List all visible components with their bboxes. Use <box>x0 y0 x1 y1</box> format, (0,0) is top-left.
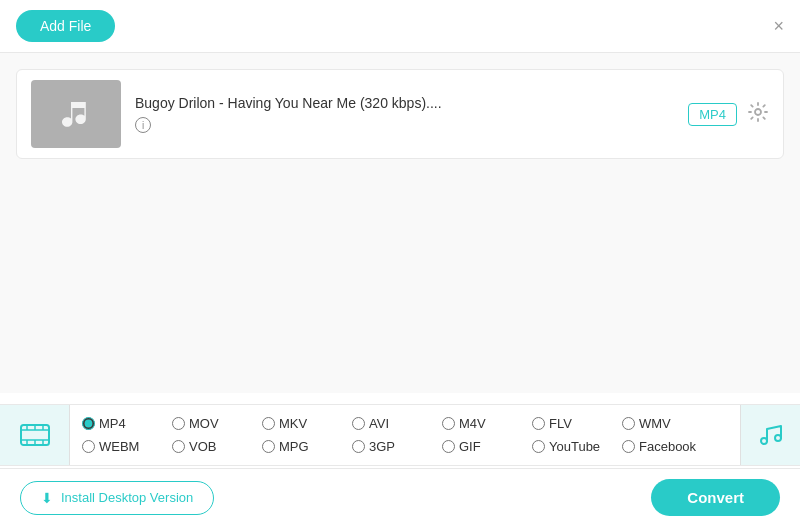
format-option-mp4[interactable]: MP4 <box>82 413 172 434</box>
format-option-flv[interactable]: FLV <box>532 413 622 434</box>
format-radio-mpg[interactable] <box>262 440 275 453</box>
format-options: MP4 MOV MKV AVI M4V FLV WMV W <box>70 407 740 463</box>
install-label: Install Desktop Version <box>61 490 193 505</box>
file-info: Bugoy Drilon - Having You Near Me (320 k… <box>135 95 674 133</box>
download-icon: ⬇ <box>41 490 53 506</box>
footer-bar: ⬇ Install Desktop Version Convert <box>0 468 800 526</box>
format-option-mkv[interactable]: MKV <box>262 413 352 434</box>
format-row-1: MP4 MOV MKV AVI M4V FLV WMV <box>82 413 728 434</box>
format-radio-mkv[interactable] <box>262 417 275 430</box>
format-radio-3gp[interactable] <box>352 440 365 453</box>
film-icon <box>19 419 51 451</box>
format-option-mpg[interactable]: MPG <box>262 436 352 457</box>
format-radio-mp4[interactable] <box>82 417 95 430</box>
file-item: Bugoy Drilon - Having You Near Me (320 k… <box>16 69 784 159</box>
format-radio-flv[interactable] <box>532 417 545 430</box>
settings-icon[interactable] <box>747 101 769 128</box>
format-radio-gif[interactable] <box>442 440 455 453</box>
svg-point-10 <box>761 438 767 444</box>
format-option-vob[interactable]: VOB <box>172 436 262 457</box>
music-file-icon <box>56 94 96 134</box>
close-button[interactable]: × <box>773 17 784 35</box>
format-option-wmv[interactable]: WMV <box>622 413 712 434</box>
format-option-m4v[interactable]: M4V <box>442 413 532 434</box>
format-option-3gp[interactable]: 3GP <box>352 436 442 457</box>
svg-point-11 <box>775 435 781 441</box>
format-radio-m4v[interactable] <box>442 417 455 430</box>
format-row-2: WEBM VOB MPG 3GP GIF YouTube Facebook <box>82 436 728 457</box>
add-file-button[interactable]: Add File <box>16 10 115 42</box>
install-desktop-button[interactable]: ⬇ Install Desktop Version <box>20 481 214 515</box>
format-option-mov[interactable]: MOV <box>172 413 262 434</box>
format-radio-webm[interactable] <box>82 440 95 453</box>
file-thumbnail <box>31 80 121 148</box>
svg-point-0 <box>755 109 761 115</box>
info-icon[interactable]: i <box>135 117 151 133</box>
format-option-youtube[interactable]: YouTube <box>532 436 622 457</box>
format-option-webm[interactable]: WEBM <box>82 436 172 457</box>
format-option-avi[interactable]: AVI <box>352 413 442 434</box>
file-actions: MP4 <box>688 101 769 128</box>
format-radio-vob[interactable] <box>172 440 185 453</box>
format-radio-wmv[interactable] <box>622 417 635 430</box>
format-radio-mov[interactable] <box>172 417 185 430</box>
file-name: Bugoy Drilon - Having You Near Me (320 k… <box>135 95 674 111</box>
format-badge: MP4 <box>688 103 737 126</box>
format-option-gif[interactable]: GIF <box>442 436 532 457</box>
format-radio-youtube[interactable] <box>532 440 545 453</box>
music-note-icon <box>757 421 785 449</box>
main-content: Bugoy Drilon - Having You Near Me (320 k… <box>0 53 800 393</box>
audio-icon-box[interactable] <box>740 405 800 465</box>
format-radio-avi[interactable] <box>352 417 365 430</box>
format-option-facebook[interactable]: Facebook <box>622 436 712 457</box>
top-bar: Add File × <box>0 0 800 53</box>
format-video-icon-box <box>0 405 70 465</box>
format-bar: MP4 MOV MKV AVI M4V FLV WMV W <box>0 404 800 466</box>
format-radio-facebook[interactable] <box>622 440 635 453</box>
convert-button[interactable]: Convert <box>651 479 780 516</box>
